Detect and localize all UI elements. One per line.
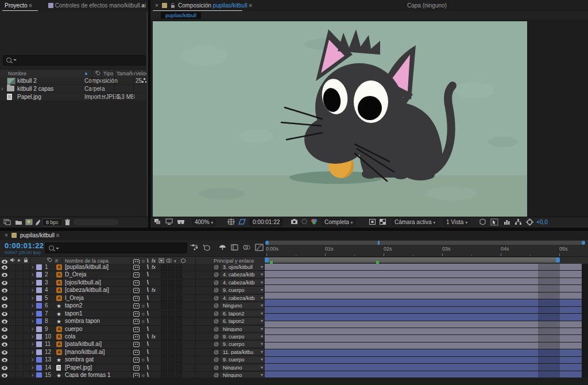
layer-duration-bar[interactable] — [265, 271, 582, 277]
layer-duration-bar[interactable] — [265, 342, 582, 349]
item-name[interactable]: kitbull 2 — [17, 78, 37, 84]
parent-dropdown[interactable]: 9. cuerpo ▾ — [220, 341, 264, 347]
layer-duration-bar[interactable] — [265, 321, 582, 328]
switch-cell[interactable] — [161, 365, 167, 371]
shy-icon[interactable] — [133, 350, 140, 355]
pick-whip-icon[interactable]: @ — [214, 302, 219, 309]
switch-cell[interactable] — [161, 272, 167, 278]
layer-name[interactable]: sombra tapon — [65, 318, 100, 325]
quality-icon[interactable]: \ — [147, 271, 149, 278]
layer-row[interactable]: › 13 sombra gat ☼ \ fx @ 9. cuerpo ▾ — [0, 356, 263, 364]
solo-column-icon[interactable]: ● — [17, 257, 20, 263]
time-ruler[interactable]: 0:00s01s02s03s04s05s — [265, 240, 588, 256]
fx-badge[interactable]: fx — [152, 264, 156, 271]
eye-visibility-icon[interactable] — [2, 288, 7, 292]
layer-name[interactable]: D_Oreja — [65, 271, 86, 278]
layer-track-row[interactable] — [265, 271, 588, 278]
layer-track-row[interactable] — [265, 321, 588, 328]
layer-duration-bar[interactable] — [265, 292, 582, 299]
item-name[interactable]: kitbull 2 capas — [17, 86, 53, 92]
layer-duration-bar[interactable] — [265, 364, 582, 370]
switch-cell[interactable] — [168, 311, 175, 317]
parent-dropdown[interactable]: 9. cuerpo ▾ — [220, 356, 264, 363]
layer-name[interactable]: I_Oreja — [65, 295, 84, 302]
shy-icon[interactable] — [133, 319, 140, 324]
blur-circles-icon[interactable] — [242, 244, 252, 252]
eye-visibility-icon[interactable] — [2, 319, 7, 324]
new-composition-icon[interactable] — [25, 219, 33, 225]
expand-chevron-icon[interactable]: › — [1, 86, 3, 92]
trash-icon[interactable] — [64, 219, 72, 225]
label-color-swatch[interactable] — [36, 272, 42, 278]
fx-badge[interactable]: fx — [152, 333, 156, 340]
timeline-search-input[interactable] — [45, 242, 187, 253]
layer-track-row[interactable] — [265, 285, 588, 292]
item-name[interactable]: Papel.jpg — [17, 94, 41, 100]
layer-row[interactable]: › 1 [pupilas/kitbull.ai] ☼ \ fx @ 3. ojo… — [0, 264, 263, 271]
motion-blur-master-icon[interactable] — [231, 244, 240, 252]
layer-track-row[interactable] — [265, 314, 588, 321]
parent-dropdown[interactable]: 3. ojos/kitbull ▾ — [220, 264, 264, 270]
resolution-dropdown[interactable]: Completa ▾ — [322, 218, 356, 226]
parent-dropdown[interactable]: 4. cabeza/kitb ▾ — [220, 295, 264, 301]
collapse-transforms-icon[interactable]: ☼ — [141, 356, 145, 363]
expand-chevron-icon[interactable]: › — [32, 364, 33, 371]
layer-row[interactable]: › 12 [mano/kitbull.ai] ☼ \ fx @ 11. pata… — [0, 349, 263, 356]
tab-proyecto[interactable]: Proyecto ≡ — [5, 2, 32, 9]
quality-icon[interactable]: \ — [147, 295, 149, 302]
switch-cell[interactable] — [176, 272, 182, 278]
panel-menu-icon[interactable]: ≡ — [29, 2, 32, 9]
navigator-start-handle[interactable] — [265, 241, 269, 245]
label-color-swatch[interactable] — [36, 357, 42, 363]
draft-3d-icon[interactable] — [202, 244, 211, 252]
viewer-menu-icon[interactable]: ≡ — [249, 2, 252, 9]
switch-cell[interactable] — [176, 357, 182, 363]
switch-cell[interactable] — [168, 341, 175, 348]
switch-cell[interactable] — [176, 303, 182, 309]
layer-duration-bar[interactable] — [265, 299, 582, 306]
eye-visibility-icon[interactable] — [2, 358, 7, 362]
switch-cell[interactable] — [176, 349, 182, 356]
layer-row[interactable]: › 8 sombra tapon ☼ \ fx @ 6. tapon2 ▾ — [0, 318, 263, 325]
switch-cell[interactable] — [168, 357, 175, 363]
show-snapshot-icon[interactable] — [301, 218, 308, 226]
eye-visibility-icon[interactable] — [2, 297, 7, 301]
quality-icon[interactable]: \ — [147, 333, 149, 340]
shy-icon[interactable] — [133, 272, 140, 278]
layer-track-row[interactable] — [265, 364, 588, 371]
mask-visibility-icon[interactable] — [238, 218, 246, 226]
layer-duration-bar[interactable] — [265, 285, 582, 291]
expand-chevron-icon[interactable]: › — [32, 271, 33, 278]
eye-visibility-icon[interactable] — [2, 351, 7, 355]
layer-name[interactable]: [ojos/kitbull.ai] — [65, 279, 101, 286]
switch-cell[interactable] — [161, 349, 167, 356]
col-nombre[interactable]: Nombre — [8, 71, 26, 76]
graph-editor-icon[interactable] — [255, 244, 264, 252]
exposure-gear-icon[interactable] — [526, 218, 533, 226]
shy-icon[interactable] — [133, 311, 140, 317]
collapse-column-icon[interactable]: ☼ — [141, 258, 145, 264]
project-item-row[interactable]: Papel.jpg ImporterJPEG 1,3 MB — [0, 93, 148, 101]
quality-icon[interactable]: \ — [147, 310, 149, 317]
frame-blend-column-icon[interactable] — [158, 258, 164, 263]
expand-chevron-icon[interactable]: › — [32, 295, 33, 302]
switch-cell[interactable] — [168, 326, 175, 333]
switch-cell[interactable] — [161, 303, 167, 309]
label-color-swatch[interactable] — [75, 78, 81, 84]
layer-track-row[interactable] — [265, 307, 588, 314]
layer-duration-bar[interactable] — [265, 314, 582, 320]
tab-composition[interactable]: Composición pupilas/kitbull ≡ — [178, 2, 252, 9]
timeline-menu-icon[interactable]: ≡ — [56, 232, 60, 238]
parent-dropdown[interactable]: 11. pata/kitbu ▾ — [220, 349, 264, 355]
label-color-swatch[interactable] — [36, 287, 42, 293]
layer-track-row[interactable] — [265, 264, 588, 271]
switch-cell[interactable] — [176, 326, 182, 333]
label-color-swatch[interactable] — [36, 349, 42, 355]
parent-dropdown[interactable]: Ninguno ▾ — [220, 302, 264, 309]
eye-visibility-icon[interactable] — [2, 281, 7, 285]
eye-visibility-icon[interactable] — [2, 366, 7, 370]
layer-row[interactable]: › 3 [ojos/kitbull.ai] ☼ \ fx @ 4. cabeza… — [0, 279, 263, 287]
cascade-views-icon[interactable] — [154, 218, 161, 226]
expand-chevron-icon[interactable]: › — [32, 302, 33, 309]
work-area-end-handle[interactable] — [556, 257, 560, 263]
